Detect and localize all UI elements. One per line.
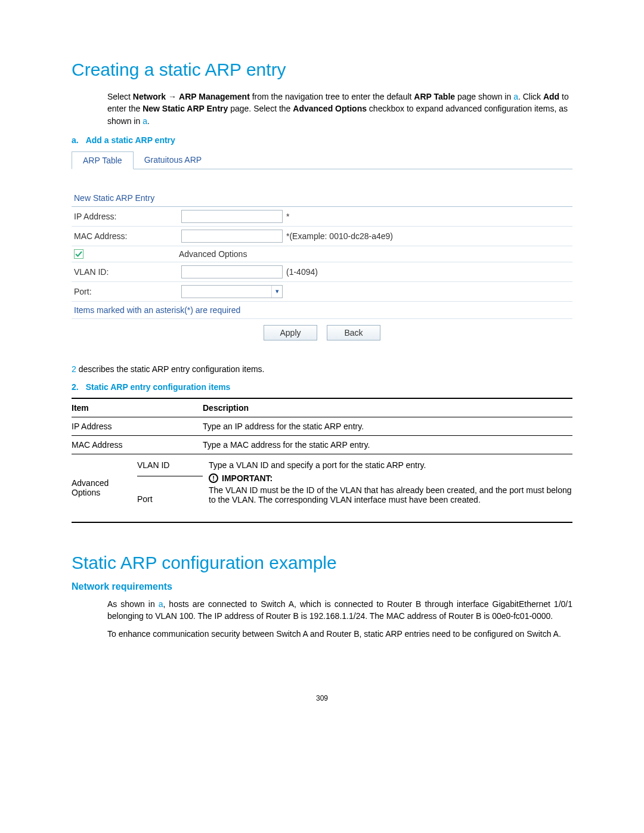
intro-paragraph: Select Network→ARP Management from the n… — [107, 91, 572, 127]
advanced-label: Advanced Options — [179, 249, 247, 259]
tab-gratuitous-arp[interactable]: Gratuitous ARP — [134, 151, 213, 169]
network-req-heading: Network requirements — [72, 581, 572, 592]
cell-adv-top: Type a VLAN ID and specify a port for th… — [209, 460, 572, 470]
row-mac: MAC Address: *(Example: 0010-dc28-a4e9) — [72, 227, 572, 246]
config-row-mac: MAC Address Type a MAC address for the s… — [72, 436, 572, 454]
page-h1-creating: Creating a static ARP entry — [72, 60, 572, 80]
caption-2-text: Static ARP entry configuration items — [86, 382, 231, 392]
port-label: Port: — [74, 287, 181, 296]
table-intro-rest: describes the static ARP entry configura… — [76, 364, 265, 374]
table-caption-2: 2.Static ARP entry configuration items — [72, 382, 572, 392]
example-para2: To enhance communication security betwee… — [107, 628, 572, 640]
intro-network: Network — [133, 92, 166, 101]
mac-label: MAC Address: — [74, 231, 181, 241]
cell-adv-mid: VLAN ID Port — [137, 454, 203, 522]
intro-arp-mgmt: ARP Management — [179, 92, 250, 101]
intro-mid2: page shown in — [455, 92, 513, 101]
intro-new-entry: New Static ARP Entry — [143, 104, 228, 113]
tab-arp-table[interactable]: ARP Table — [72, 151, 134, 169]
form-heading: New Static ARP Entry — [72, 169, 572, 207]
apply-button[interactable]: Apply — [264, 325, 317, 340]
important-label: ! IMPORTANT: — [209, 473, 572, 483]
intro-arp-table: ARP Table — [414, 92, 455, 101]
arrow-icon: → — [166, 92, 179, 101]
th-item: Item — [72, 403, 203, 413]
check-icon — [75, 250, 82, 258]
page-number: 309 — [72, 694, 572, 702]
figure-caption-a: a.Add a static ARP entry — [72, 135, 572, 145]
xref-2[interactable]: 2 — [72, 364, 76, 374]
cell-adv-port: Port — [137, 476, 203, 522]
config-table: Item Description IP Address Type an IP a… — [72, 398, 572, 523]
cell-ip-item: IP Address — [72, 422, 203, 431]
intro-add: Add — [543, 92, 559, 101]
ip-label: IP Address: — [74, 212, 181, 221]
th-desc: Description — [203, 403, 572, 413]
back-button[interactable]: Back — [327, 325, 380, 340]
port-select[interactable]: ▾ — [181, 285, 283, 298]
intro-end: . — [147, 116, 150, 126]
cell-adv-vlan: VLAN ID — [137, 454, 203, 476]
important-icon: ! — [209, 473, 218, 483]
ip-hint: * — [286, 212, 289, 221]
config-row-ip: IP Address Type an IP address for the st… — [72, 417, 572, 436]
cell-mac-desc: Type a MAC address for the static ARP en… — [203, 440, 572, 450]
vlan-hint: (1-4094) — [286, 267, 318, 277]
row-advanced: Advanced Options — [72, 246, 572, 262]
ip-input[interactable] — [181, 210, 283, 223]
caption-2-label: 2. — [72, 382, 79, 392]
ex-p1-rest: , hosts are connected to Switch A, which… — [107, 599, 572, 621]
xref-a2[interactable]: a — [143, 116, 147, 126]
row-port: Port: ▾ — [72, 282, 572, 302]
cell-adv-left: Advanced Options — [72, 454, 137, 522]
chevron-down-icon: ▾ — [271, 286, 282, 298]
mac-hint: *(Example: 0010-dc28-a4e9) — [286, 231, 393, 241]
required-note: Items marked with an asterisk(*) are req… — [72, 302, 572, 319]
row-ip: IP Address: * — [72, 207, 572, 227]
page-h1-example: Static ARP configuration example — [72, 553, 572, 573]
intro-mid1: from the navigation tree to enter the de… — [250, 92, 414, 101]
mac-input[interactable] — [181, 230, 283, 243]
cell-adv-bot: The VLAN ID must be the ID of the VLAN t… — [209, 485, 572, 504]
vlan-input[interactable] — [181, 265, 283, 278]
config-row-advanced: Advanced Options VLAN ID Port Type a VLA… — [72, 454, 572, 523]
cell-ip-desc: Type an IP address for the static ARP en… — [203, 422, 572, 431]
example-para1: As shown in a, hosts are connected to Sw… — [107, 598, 572, 623]
xref-a1[interactable]: a — [513, 92, 518, 101]
row-vlan: VLAN ID: (1-4094) — [72, 262, 572, 282]
cell-mac-item: MAC Address — [72, 440, 203, 450]
intro-advopt: Advanced Options — [293, 104, 367, 113]
caption-a-label: a. — [72, 135, 79, 145]
intro-pre: Select — [107, 92, 133, 101]
config-table-header: Item Description — [72, 398, 572, 417]
table-intro: 2 describes the static ARP entry configu… — [72, 364, 572, 374]
vlan-label: VLAN ID: — [74, 267, 181, 277]
cell-adv-desc: Type a VLAN ID and specify a port for th… — [203, 454, 572, 522]
arp-form-screenshot: ARP Table Gratuitous ARP New Static ARP … — [72, 151, 572, 346]
ex-p1-pre: As shown in — [107, 599, 159, 609]
intro-mid3: . Click — [518, 92, 543, 101]
advanced-checkbox[interactable] — [74, 249, 83, 259]
important-text: IMPORTANT: — [222, 473, 273, 483]
intro-mid5: page. Select the — [228, 104, 293, 113]
caption-a-text: Add a static ARP entry — [86, 135, 175, 145]
